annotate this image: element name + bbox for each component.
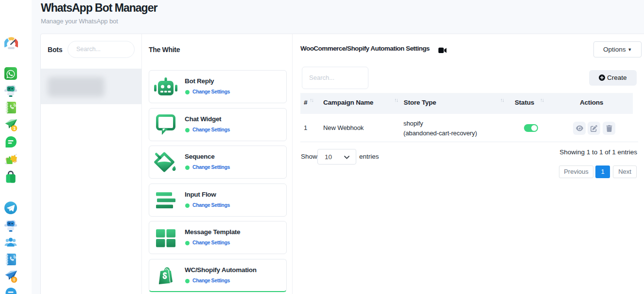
svg-text:!: ! xyxy=(14,277,15,282)
svg-text:1: 1 xyxy=(13,126,16,131)
